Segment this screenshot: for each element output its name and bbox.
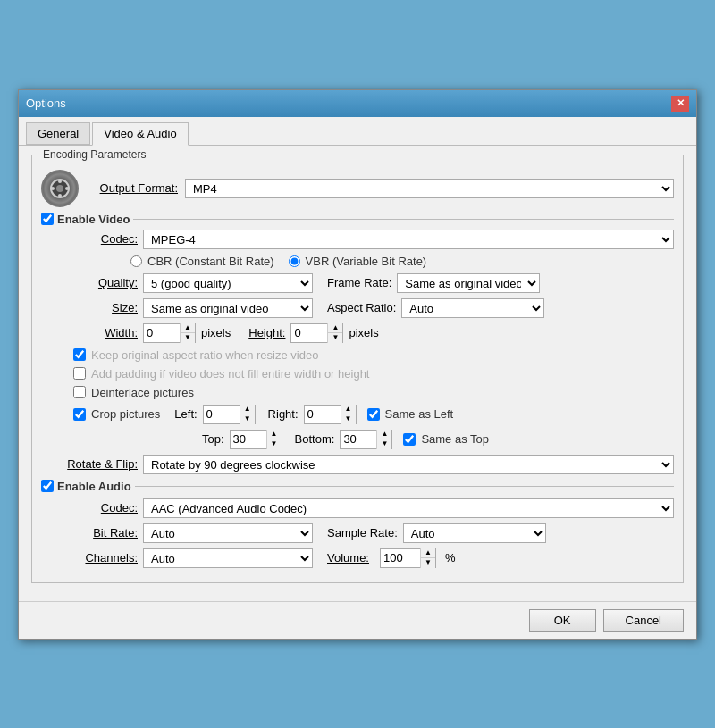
width-input[interactable] xyxy=(144,324,180,342)
frame-rate-select[interactable]: Same as original video243060 xyxy=(397,273,540,293)
channels-select[interactable]: AutoMonoStereo xyxy=(143,548,313,568)
tab-general[interactable]: General xyxy=(26,122,90,145)
height-down-button[interactable]: ▼ xyxy=(328,333,342,343)
width-label: Width: xyxy=(57,326,138,339)
volume-input[interactable] xyxy=(381,549,420,567)
same-as-top-checkbox[interactable] xyxy=(403,433,416,446)
frame-rate-label: Frame Rate: xyxy=(327,276,391,289)
cbr-label: CBR (Constant Bit Rate) xyxy=(147,255,274,268)
enable-audio-label: Enable Audio xyxy=(57,480,131,493)
separator2 xyxy=(135,486,674,487)
percent-label: % xyxy=(445,551,456,565)
svg-point-2 xyxy=(58,180,62,183)
enable-video-checkbox[interactable] xyxy=(41,213,54,225)
svg-point-1 xyxy=(56,185,63,192)
keep-aspect-checkbox[interactable] xyxy=(73,348,86,361)
vbr-radio[interactable] xyxy=(289,255,300,267)
deinterlace-row: Deinterlace pictures xyxy=(73,386,674,399)
enable-video-label: Enable Video xyxy=(57,213,130,226)
keep-aspect-label: Keep original aspect ratio when resize v… xyxy=(91,348,318,362)
bitrate-mode-row: CBR (Constant Bit Rate) VBR (Variable Bi… xyxy=(130,255,674,268)
title-bar: Options ✕ xyxy=(19,90,696,117)
output-format-select[interactable]: MP4AVIMKVMOV xyxy=(185,179,674,198)
dialog: Options ✕ General Video & Audio Encoding… xyxy=(18,89,697,640)
width-up-button[interactable]: ▲ xyxy=(181,323,195,333)
width-height-row: Width: ▲ ▼ pixels Height: ▲ ▼ xyxy=(57,323,674,343)
output-format-label: Output Format: xyxy=(93,181,178,195)
bottom-up-button[interactable]: ▲ xyxy=(377,430,391,439)
channels-label: Channels: xyxy=(57,551,138,565)
keep-aspect-row: Keep original aspect ratio when resize v… xyxy=(73,348,674,362)
codec-select[interactable]: MPEG-4H.264H.265 xyxy=(143,230,674,249)
main-content: Encoding Parameters Output F xyxy=(19,146,696,601)
ok-button[interactable]: OK xyxy=(529,609,596,632)
cbr-radio[interactable] xyxy=(130,255,142,267)
bottom-input[interactable] xyxy=(341,431,376,448)
audio-codec-select[interactable]: AAC (Advanced Audio Codec)MP3AC3 xyxy=(143,498,674,518)
bottom-down-button[interactable]: ▼ xyxy=(377,439,391,449)
add-padding-checkbox[interactable] xyxy=(73,367,86,380)
top-input[interactable] xyxy=(231,431,266,448)
tab-bar: General Video & Audio xyxy=(19,117,696,146)
codec-row: Codec: MPEG-4H.264H.265 xyxy=(57,230,674,249)
height-input[interactable] xyxy=(291,324,327,342)
cancel-button[interactable]: Cancel xyxy=(603,609,684,632)
audio-codec-label: Codec: xyxy=(57,501,138,515)
bit-rate-select[interactable]: Auto128 kbps192 kbps256 kbps xyxy=(143,523,313,543)
left-down-button[interactable]: ▼ xyxy=(240,414,255,424)
deinterlace-label: Deinterlace pictures xyxy=(91,386,194,399)
right-label: Right: xyxy=(268,407,299,421)
bottom-label: Bottom: xyxy=(295,432,335,446)
volume-up-button[interactable]: ▲ xyxy=(421,548,435,558)
quality-framerate-row: Quality: 5 (good quality)1 (low quality)… xyxy=(57,273,674,293)
top-down-button[interactable]: ▼ xyxy=(267,439,282,449)
deinterlace-checkbox[interactable] xyxy=(73,386,86,398)
left-up-button[interactable]: ▲ xyxy=(240,405,255,414)
enable-audio-row: Enable Audio xyxy=(41,480,674,493)
same-as-top-label: Same as Top xyxy=(421,432,489,446)
add-padding-label: Add padding if video does not fill entir… xyxy=(91,367,369,381)
left-label: Left: xyxy=(174,407,197,421)
close-button[interactable]: ✕ xyxy=(671,96,689,112)
rotate-flip-label: Rotate & Flip: xyxy=(57,457,138,471)
sample-rate-label: Sample Rate: xyxy=(327,526,398,540)
aspect-ratio-select[interactable]: Auto4:316:9 xyxy=(401,298,544,318)
dialog-title: Options xyxy=(26,96,66,110)
height-label: Height: xyxy=(248,326,285,339)
enable-audio-checkbox[interactable] xyxy=(41,480,54,492)
output-format-row: Output Format: MP4AVIMKVMOV xyxy=(41,170,674,207)
size-aspect-row: Size: Same as original video1920x1080128… xyxy=(57,298,674,318)
width-spinbox: ▲ ▼ xyxy=(143,323,196,343)
top-up-button[interactable]: ▲ xyxy=(267,430,282,439)
crop-row: Crop pictures Left: ▲ ▼ Right: ▲ ▼ xyxy=(73,405,674,424)
rotate-flip-select[interactable]: Rotate by 90 degrees clockwise None Rota… xyxy=(143,455,674,474)
left-input[interactable] xyxy=(204,406,240,423)
encoding-group-label: Encoding Parameters xyxy=(39,148,149,161)
width-down-button[interactable]: ▼ xyxy=(181,333,195,343)
right-input[interactable] xyxy=(305,406,341,423)
volume-label: Volume: xyxy=(327,551,369,565)
size-select[interactable]: Same as original video1920x10801280x720 xyxy=(143,298,313,318)
enable-video-row: Enable Video xyxy=(41,213,674,226)
bottom-spinbox: ▲ ▼ xyxy=(340,430,392,449)
volume-spinbox: ▲ ▼ xyxy=(380,548,436,568)
svg-point-3 xyxy=(58,194,62,197)
crop-checkbox[interactable] xyxy=(73,408,86,421)
sample-rate-select[interactable]: Auto44100 Hz48000 Hz xyxy=(403,523,546,543)
aspect-ratio-label: Aspect Ratio: xyxy=(327,301,396,314)
top-label: Top: xyxy=(202,432,224,446)
right-down-button[interactable]: ▼ xyxy=(341,414,356,424)
encoding-group: Encoding Parameters Output F xyxy=(31,155,684,583)
bitrate-samplerate-row: Bit Rate: Auto128 kbps192 kbps256 kbps S… xyxy=(57,523,674,543)
same-as-left-checkbox[interactable] xyxy=(367,408,380,421)
pixels-label2: pixels xyxy=(349,326,378,339)
separator1 xyxy=(133,219,674,220)
right-up-button[interactable]: ▲ xyxy=(341,405,356,414)
top-spinbox: ▲ ▼ xyxy=(230,430,282,449)
svg-point-4 xyxy=(51,187,55,190)
film-icon xyxy=(41,170,79,207)
tab-video-audio[interactable]: Video & Audio xyxy=(92,122,188,146)
quality-select[interactable]: 5 (good quality)1 (low quality)8 (high q… xyxy=(143,273,313,293)
volume-down-button[interactable]: ▼ xyxy=(421,558,435,568)
height-up-button[interactable]: ▲ xyxy=(328,323,342,333)
